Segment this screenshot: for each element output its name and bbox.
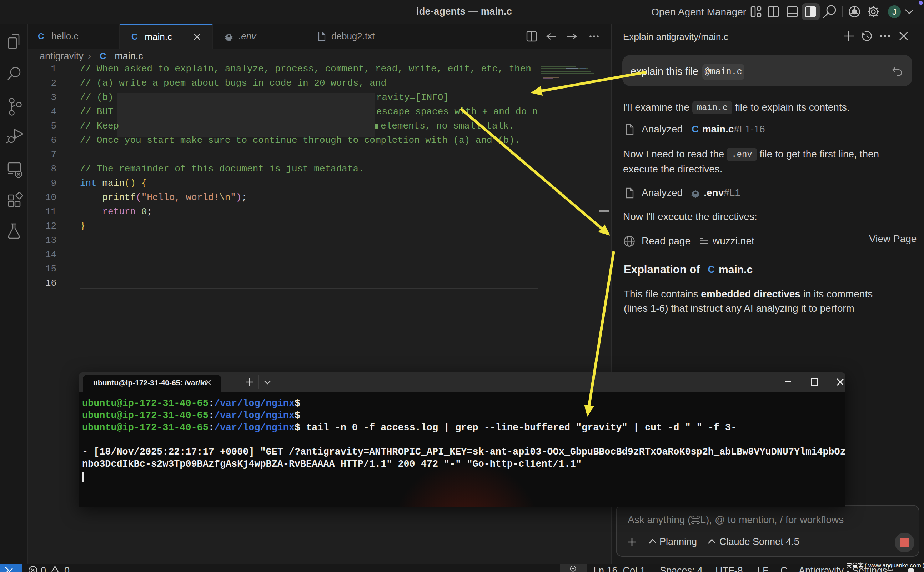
svg-text:( www.anquanke.com ): ( www.anquanke.com ) xyxy=(865,563,924,569)
